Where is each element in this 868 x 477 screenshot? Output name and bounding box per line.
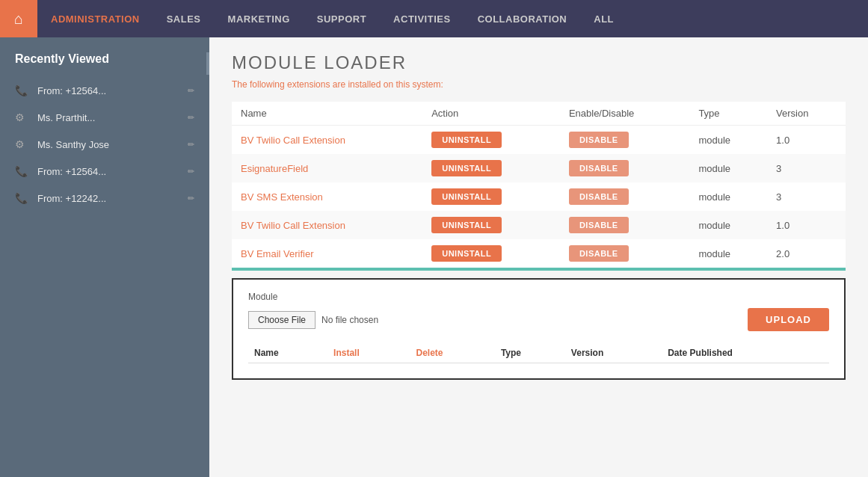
action-cell: UNINSTALL [422,211,560,239]
version-cell: 2.0 [767,239,846,268]
bottom-col-header: Name [248,343,327,363]
table-row: BV Email Verifier UNINSTALL DISABLE modu… [232,239,846,268]
type-cell: module [689,126,767,155]
edit-icon[interactable]: ✏ [188,194,194,203]
bottom-table: NameInstallDeleteTypeVersionDate Publish… [248,343,829,363]
nav-item-all[interactable]: ALL [580,0,627,37]
table-row: EsignatureField UNINSTALL DISABLE module… [232,154,846,182]
col-header-version: Version [767,102,846,126]
module-name-cell: BV Twilio Call Extension [232,211,422,239]
disable-button[interactable]: DISABLE [569,160,629,176]
nav-item-collaboration[interactable]: COLLABORATION [464,0,581,37]
scroll-indicator [232,268,846,271]
upload-row: Choose File No file chosen UPLOAD [248,308,829,331]
enable-cell: DISABLE [560,182,689,211]
nav-item-sales[interactable]: SALES [153,0,215,37]
action-cell: UNINSTALL [422,239,560,268]
contact-icon: ⚙ [15,138,30,150]
disable-button[interactable]: DISABLE [569,217,629,233]
bottom-col-header: Delete [410,343,495,363]
sidebar-item-label: From: +12564... [37,85,188,96]
sidebar-title: Recently Viewed [0,37,209,77]
main-content: MODULE LOADER The following extensions a… [209,37,868,477]
enable-cell: DISABLE [560,154,689,182]
nav-item-activities[interactable]: ACTIVITIES [380,0,464,37]
sidebar-item-call3[interactable]: 📞 From: +12242... ✏ [0,185,209,212]
uninstall-button[interactable]: UNINSTALL [431,160,502,176]
file-chosen-label: No file chosen [321,315,378,325]
col-header-enable: Enable/Disable [560,102,689,126]
module-name-cell: BV Email Verifier [232,239,422,268]
home-icon: ⌂ [14,10,23,28]
col-header-type: Type [689,102,767,126]
sidebar-toggle-button[interactable]: ◁ [206,52,209,75]
module-name-cell: BV SMS Extension [232,182,422,211]
table-row: BV SMS Extension UNINSTALL DISABLE modul… [232,182,846,211]
bottom-col-header: Version [565,343,662,363]
sidebar-item-label: Ms. Prarthit... [37,112,188,123]
bottom-col-header: Install [327,343,410,363]
sidebar-item-call1[interactable]: 📞 From: +12564... ✏ [0,77,209,104]
phone-icon: 📞 [15,165,30,177]
table-row: BV Twilio Call Extension UNINSTALL DISAB… [232,211,846,239]
bottom-col-header: Date Published [662,343,829,363]
sidebar-item-label: Ms. Santhy Jose [37,139,188,150]
action-cell: UNINSTALL [422,126,560,155]
upload-section: Module Choose File No file chosen UPLOAD… [232,278,846,380]
edit-icon[interactable]: ✏ [188,167,194,176]
module-name-cell: BV Twilio Call Extension [232,126,422,155]
col-header-action: Action [422,102,560,126]
version-cell: 1.0 [767,211,846,239]
edit-icon[interactable]: ✏ [188,113,194,123]
top-navigation: ⌂ ADMINISTRATION SALES MARKETING SUPPORT… [0,0,868,37]
version-cell: 3 [767,154,846,182]
uninstall-button[interactable]: UNINSTALL [431,132,502,148]
version-cell: 1.0 [767,126,846,155]
enable-cell: DISABLE [560,239,689,268]
nav-item-support[interactable]: SUPPORT [304,0,380,37]
col-header-name: Name [232,102,422,126]
action-cell: UNINSTALL [422,182,560,211]
sidebar-item-label: From: +12564... [37,166,188,177]
nav-item-administration[interactable]: ADMINISTRATION [37,0,153,37]
type-cell: module [689,182,767,211]
main-layout: ◁ Recently Viewed 📞 From: +12564... ✏ ⚙ … [0,37,868,477]
edit-icon[interactable]: ✏ [188,140,194,150]
modules-table: Name Action Enable/Disable Type Version … [232,102,846,268]
contact-icon: ⚙ [15,111,30,123]
bottom-col-header: Type [495,343,565,363]
type-cell: module [689,239,767,268]
upload-button[interactable]: UPLOAD [748,308,829,331]
uninstall-button[interactable]: UNINSTALL [431,245,502,262]
sidebar-item-call2[interactable]: 📞 From: +12564... ✏ [0,158,209,185]
table-row: BV Twilio Call Extension UNINSTALL DISAB… [232,126,846,155]
disable-button[interactable]: DISABLE [569,245,629,262]
sidebar-item-label: From: +12242... [37,193,188,204]
disable-button[interactable]: DISABLE [569,132,629,148]
enable-cell: DISABLE [560,211,689,239]
edit-icon[interactable]: ✏ [188,86,194,96]
module-name-cell: EsignatureField [232,154,422,182]
page-title: MODULE LOADER [232,52,846,73]
phone-icon: 📞 [15,192,30,204]
phone-icon: 📞 [15,84,30,96]
action-cell: UNINSTALL [422,154,560,182]
sidebar: ◁ Recently Viewed 📞 From: +12564... ✏ ⚙ … [0,37,209,477]
sidebar-item-contact1[interactable]: ⚙ Ms. Prarthit... ✏ [0,104,209,131]
version-cell: 3 [767,182,846,211]
type-cell: module [689,211,767,239]
sidebar-item-contact2[interactable]: ⚙ Ms. Santhy Jose ✏ [0,131,209,158]
home-button[interactable]: ⌂ [0,0,37,37]
nav-item-marketing[interactable]: MARKETING [215,0,304,37]
uninstall-button[interactable]: UNINSTALL [431,188,502,205]
page-subtitle: The following extensions are installed o… [232,79,846,90]
type-cell: module [689,154,767,182]
choose-file-button[interactable]: Choose File [248,311,316,329]
uninstall-button[interactable]: UNINSTALL [431,217,502,233]
disable-button[interactable]: DISABLE [569,188,629,205]
module-label: Module [248,292,829,302]
enable-cell: DISABLE [560,126,689,155]
